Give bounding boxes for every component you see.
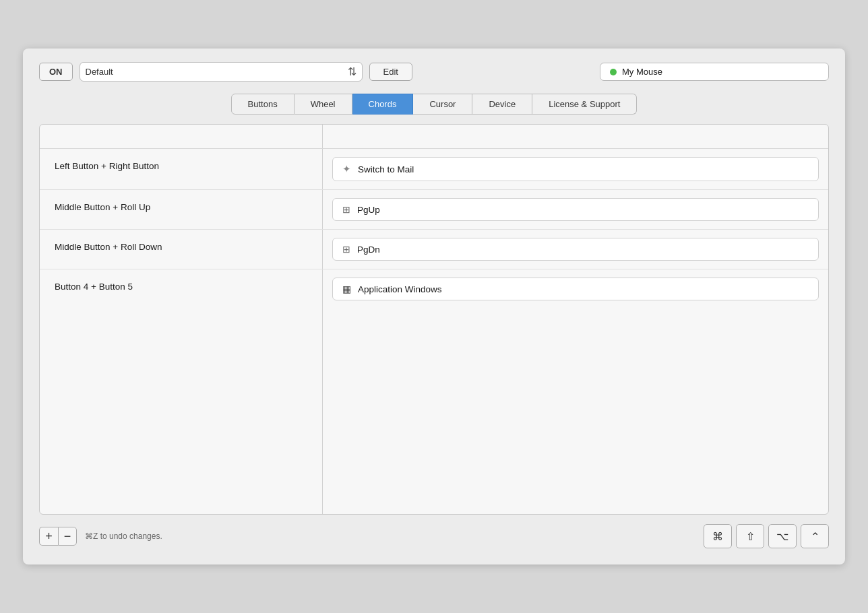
on-button[interactable]: ON <box>39 63 73 81</box>
tab-license[interactable]: License & Support <box>532 94 637 115</box>
tab-chords[interactable]: Chords <box>352 94 414 115</box>
ctrl-key[interactable]: ⌃ <box>801 524 829 548</box>
header-right <box>323 125 828 148</box>
action-box-middle-down[interactable]: ⊞ PgDn <box>332 238 819 261</box>
action-text-btn4-btn5: Application Windows <box>358 284 442 294</box>
action-text-middle-down: PgDn <box>357 245 380 255</box>
chord-label-left-right: Left Button + Right Button <box>40 149 323 189</box>
tab-cursor[interactable]: Cursor <box>413 94 472 115</box>
chord-label-middle-down: Middle Button + Roll Down <box>40 230 323 269</box>
profile-select[interactable]: Default ⇅ <box>80 62 363 82</box>
keyboard-icon-pgup: ⊞ <box>342 204 350 215</box>
action-box-middle-up[interactable]: ⊞ PgUp <box>332 198 819 221</box>
add-button[interactable]: + <box>39 527 58 546</box>
add-remove-group: + − <box>39 527 77 546</box>
bottom-bar: + − ⌘Z to undo changes. ⌘ ⇧ ⌥ ⌃ <box>39 524 829 548</box>
chord-label-middle-up: Middle Button + Roll Up <box>40 190 323 229</box>
profile-value: Default <box>86 67 113 77</box>
tab-bar: Buttons Wheel Chords Cursor Device Licen… <box>39 94 829 115</box>
table-row: Middle Button + Roll Down ⊞ PgDn <box>40 230 828 269</box>
keyboard-icon-pgdn: ⊞ <box>342 244 350 255</box>
action-box-btn4-btn5[interactable]: ▦ Application Windows <box>332 278 819 300</box>
tab-wheel[interactable]: Wheel <box>294 94 352 115</box>
app-icon-mail: ✦ <box>342 163 351 175</box>
option-key[interactable]: ⌥ <box>768 524 797 548</box>
shift-key[interactable]: ⇧ <box>736 524 764 548</box>
chord-action-btn4-btn5: ▦ Application Windows <box>323 269 828 309</box>
empty-left <box>40 309 323 514</box>
chord-rows: Left Button + Right Button ✦ Switch to M… <box>40 149 828 309</box>
device-name: My Mouse <box>622 67 662 77</box>
empty-right <box>323 309 828 514</box>
main-window: ON Default ⇅ Edit My Mouse Buttons Wheel… <box>23 49 845 564</box>
content-area: Left Button + Right Button ✦ Switch to M… <box>39 124 829 515</box>
remove-button[interactable]: − <box>58 527 77 546</box>
header-left <box>40 125 323 148</box>
chord-action-middle-up: ⊞ PgUp <box>323 190 828 229</box>
status-dot <box>610 69 617 75</box>
windows-icon: ▦ <box>342 284 351 294</box>
undo-hint: ⌘Z to undo changes. <box>85 531 162 541</box>
table-row: Left Button + Right Button ✦ Switch to M… <box>40 149 828 190</box>
top-bar: ON Default ⇅ Edit My Mouse <box>39 62 829 82</box>
cmd-key[interactable]: ⌘ <box>704 524 732 548</box>
device-indicator: My Mouse <box>600 63 829 81</box>
stepper-icon: ⇅ <box>348 65 356 78</box>
table-header <box>40 125 828 149</box>
table-row: Middle Button + Roll Up ⊞ PgUp <box>40 190 828 230</box>
action-text-middle-up: PgUp <box>357 205 380 215</box>
table-row: Button 4 + Button 5 ▦ Application Window… <box>40 269 828 309</box>
tab-device[interactable]: Device <box>472 94 532 115</box>
chord-label-btn4-btn5: Button 4 + Button 5 <box>40 269 323 309</box>
empty-area <box>40 309 828 514</box>
modifier-keys-group: ⌘ ⇧ ⌥ ⌃ <box>704 524 829 548</box>
chord-action-middle-down: ⊞ PgDn <box>323 230 828 269</box>
tab-buttons[interactable]: Buttons <box>231 94 294 115</box>
chord-action-left-right: ✦ Switch to Mail <box>323 149 828 189</box>
action-box-left-right[interactable]: ✦ Switch to Mail <box>332 157 819 181</box>
action-text-left-right: Switch to Mail <box>358 164 414 174</box>
edit-button[interactable]: Edit <box>369 63 412 81</box>
